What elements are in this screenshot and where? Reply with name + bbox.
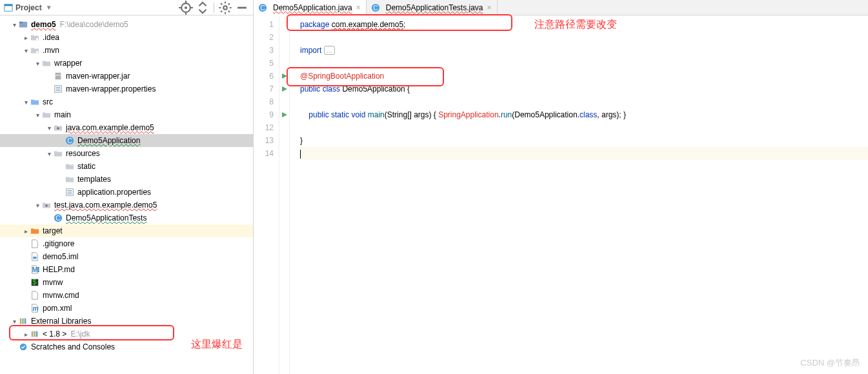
folder-icon <box>41 58 52 68</box>
tree-item-src[interactable]: ▾src <box>0 95 253 108</box>
folder-icon <box>65 161 75 172</box>
folder-src-icon <box>30 97 40 107</box>
tree-item-demo5-iml[interactable]: demo5.iml <box>0 250 253 263</box>
tree-item-scratches-and-consoles[interactable]: Scratches and Consoles <box>0 340 253 353</box>
tree-item--idea[interactable]: ▸.idea <box>0 31 253 44</box>
code-editor[interactable]: 12356789121314 package com.example.demo5… <box>254 15 868 374</box>
tree-item-wrapper[interactable]: ▾wrapper <box>0 57 253 70</box>
project-tree[interactable]: ▾demo5F:\idea\code\demo5▸.idea▾.mvn▾wrap… <box>0 15 253 374</box>
tree-item-demo5[interactable]: ▾demo5F:\idea\code\demo5 <box>0 18 253 31</box>
svg-text:C: C <box>67 137 72 144</box>
tree-item-java-com-example-demo5[interactable]: ▾java.com.example.demo5 <box>0 121 253 134</box>
tree-item-templates[interactable]: templates <box>0 173 253 186</box>
code-line[interactable]: public class Demo5Application { <box>300 83 868 95</box>
folder-icon <box>41 110 52 120</box>
module-icon <box>18 19 28 30</box>
tree-item-maven-wrapper-jar[interactable]: maven-wrapper.jar <box>0 70 253 83</box>
line-number: 14 <box>254 147 274 160</box>
editor-area: CDemo5Application.java×CDemo5Application… <box>254 0 868 374</box>
tree-label: src <box>43 97 53 106</box>
tree-arrow[interactable]: ▾ <box>45 150 53 157</box>
code-line[interactable] <box>300 31 868 44</box>
svg-point-20 <box>57 127 59 130</box>
tree-item-application-properties[interactable]: application.properties <box>0 186 253 199</box>
tree-arrow[interactable]: ▾ <box>22 47 30 54</box>
tab-demo5application-java[interactable]: CDemo5Application.java× <box>254 0 367 15</box>
tree-item--1-8-[interactable]: ▸< 1.8 >E:\jdk <box>0 328 253 340</box>
tree-arrow[interactable]: ▸ <box>22 331 30 338</box>
svg-rect-11 <box>19 22 23 24</box>
tab-demo5applicationtests-java[interactable]: CDemo5ApplicationTests.java× <box>367 0 498 15</box>
line-number: 7 <box>254 83 274 95</box>
tree-label: pom.xml <box>43 304 72 313</box>
tree-label: demo5 <box>31 20 56 29</box>
tree-path: E:\jdk <box>70 330 90 339</box>
sidebar-dropdown-icon[interactable]: ▼ <box>46 4 52 11</box>
line-number: 9 <box>254 108 274 121</box>
tree-arrow[interactable]: ▾ <box>22 99 30 106</box>
svg-text:$: $ <box>33 278 37 286</box>
code-line[interactable] <box>300 95 868 108</box>
line-number: 8 <box>254 95 274 108</box>
run-marker <box>279 31 289 44</box>
file-iml-icon <box>30 251 40 262</box>
tree-item-resources[interactable]: ▾resources <box>0 147 253 160</box>
code-line[interactable]: public static void main(String[] args) {… <box>300 108 868 121</box>
svg-point-12 <box>36 38 39 41</box>
tree-item--mvn[interactable]: ▾.mvn <box>0 44 253 57</box>
code-line[interactable]: package com.example.demo5; <box>300 18 868 31</box>
hide-icon[interactable] <box>235 1 249 15</box>
tree-item-pom-xml[interactable]: mpom.xml <box>0 302 253 315</box>
tree-item-maven-wrapper-properties[interactable]: maven-wrapper.properties <box>0 83 253 95</box>
tree-label: static <box>77 162 96 171</box>
tree-arrow[interactable]: ▾ <box>34 112 41 119</box>
tree-arrow[interactable]: ▾ <box>10 21 18 28</box>
code-line[interactable] <box>300 57 868 70</box>
svg-rect-1 <box>5 4 12 6</box>
svg-rect-35 <box>20 319 22 324</box>
tree-arrow[interactable]: ▾ <box>45 124 53 132</box>
line-number: 5 <box>254 57 274 70</box>
svg-point-3 <box>185 6 187 8</box>
tree-arrow[interactable]: ▾ <box>10 318 18 325</box>
tree-label: < 1.8 > <box>43 330 66 339</box>
tree-arrow[interactable]: ▸ <box>22 34 30 41</box>
tree-item-main[interactable]: ▾main <box>0 108 253 121</box>
code-line[interactable]: @SpringBootApplication <box>300 70 868 83</box>
code-line[interactable] <box>300 147 868 160</box>
code-line[interactable]: import ... <box>300 44 868 57</box>
sidebar-title[interactable]: Project <box>15 3 42 12</box>
run-marker[interactable] <box>279 70 289 83</box>
tree-item-target[interactable]: ▸target <box>0 224 253 237</box>
folder-excl-icon <box>30 226 40 236</box>
class-icon: C <box>257 3 268 13</box>
tree-item-static[interactable]: static <box>0 160 253 173</box>
tree-item-mvnw-cmd[interactable]: mvnw.cmd <box>0 289 253 302</box>
svg-rect-9 <box>237 6 247 8</box>
tree-arrow[interactable]: ▾ <box>34 202 41 209</box>
tree-arrow[interactable]: ▾ <box>34 60 41 67</box>
tree-item-demo5applicationtests[interactable]: CDemo5ApplicationTests <box>0 212 253 224</box>
run-marker[interactable] <box>279 108 289 121</box>
tree-label: wrapper <box>54 59 82 68</box>
collapse-icon[interactable] <box>196 1 210 15</box>
folder-dot-icon <box>30 32 40 43</box>
tree-item-help-md[interactable]: MDHELP.md <box>0 263 253 276</box>
tree-item-demo5application[interactable]: CDemo5Application <box>0 134 253 147</box>
run-marker[interactable] <box>279 83 289 95</box>
tree-arrow[interactable]: ▸ <box>22 228 30 235</box>
code-line[interactable] <box>300 121 868 134</box>
tree-label: main <box>54 110 71 119</box>
tree-item-mvnw[interactable]: $mvnw <box>0 276 253 289</box>
gear-icon[interactable] <box>218 1 232 15</box>
tree-item-test-java-com-example-demo5[interactable]: ▾test.java.com.example.demo5 <box>0 199 253 212</box>
close-icon[interactable]: × <box>486 3 493 12</box>
target-icon[interactable] <box>179 1 193 15</box>
tree-item--gitignore[interactable]: .gitignore <box>0 237 253 250</box>
tree-item-external-libraries[interactable]: ▾External Libraries <box>0 315 253 328</box>
code-line[interactable]: } <box>300 134 868 147</box>
tree-path: F:\idea\code\demo5 <box>60 20 128 29</box>
code-content[interactable]: package com.example.demo5;import ...@Spr… <box>290 15 868 374</box>
close-icon[interactable]: × <box>355 3 362 12</box>
tree-label: mvnw <box>43 278 63 287</box>
